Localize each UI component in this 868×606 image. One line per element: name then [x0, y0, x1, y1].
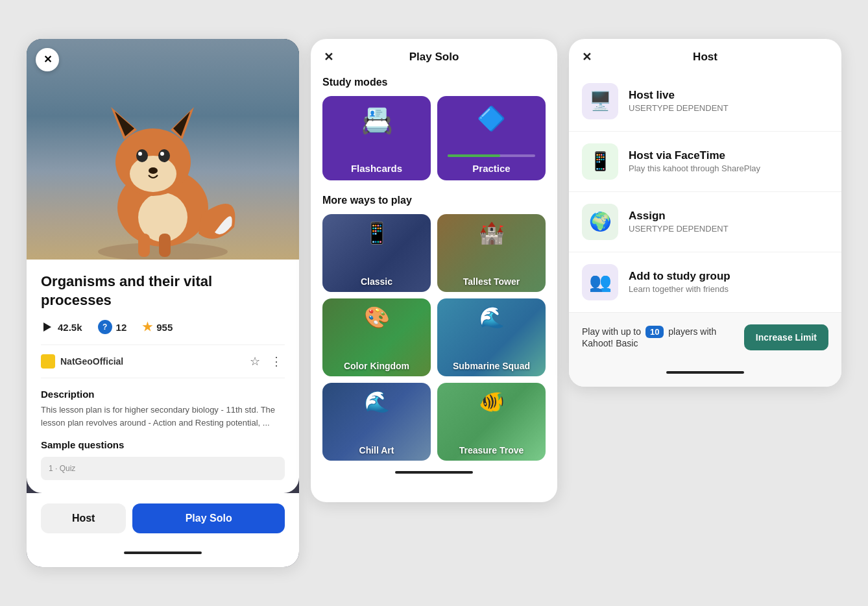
home-indicator [124, 551, 202, 554]
panel-play-solo: ✕ Play Solo Study modes 📇 Flashcards 🔷 P… [311, 39, 557, 502]
panel1-footer: Host Play Solo [27, 493, 299, 551]
game-card-color-kingdom[interactable]: 🎨Color Kingdom [322, 298, 431, 376]
game-card-label: Submarine Squad [437, 361, 546, 371]
play-solo-close-button[interactable]: ✕ [324, 50, 333, 64]
modal-header: ✕ Play Solo [311, 39, 557, 71]
screen-container: ✕ Organisms and their vital processes 42… [27, 39, 841, 567]
game-card-treasure-trove[interactable]: 🐠Treasure Trove [437, 383, 546, 461]
game-card-icon: 🐠 [479, 389, 505, 414]
panel1-content: Organisms and their vital processes 42.5… [27, 260, 299, 493]
author-row: NatGeoOfficial ☆ ⋮ [41, 345, 285, 378]
flashcards-card[interactable]: 📇 Flashcards [322, 96, 431, 180]
star-icon: ★ [142, 320, 152, 334]
host-option-0[interactable]: 🖥️Host liveUSERTYPE DEPENDENT [569, 71, 841, 132]
host-option-icon-1: 📱 [582, 143, 618, 180]
plays-stat: 42.5k [41, 321, 82, 333]
host-option-text-0: Host liveUSERTYPE DEPENDENT [629, 89, 729, 113]
host-option-icon-0: 🖥️ [582, 83, 618, 119]
host-option-title-0: Host live [629, 89, 729, 102]
host-option-1[interactable]: 📱Host via FaceTimePlay this kahoot throu… [569, 132, 841, 192]
home-indicator-2 [395, 471, 473, 474]
samples-heading: Sample questions [41, 439, 285, 450]
practice-bar [448, 154, 535, 157]
questions-stat: ? 12 [98, 320, 127, 334]
host-option-text-1: Host via FaceTimePlay this kahoot throug… [629, 149, 760, 173]
host-option-title-2: Assign [629, 210, 729, 223]
sample-label: 1 · Quiz [49, 464, 75, 473]
panel-detail: ✕ Organisms and their vital processes 42… [27, 39, 299, 567]
panel3-footer: Play with up to 10 players with Kahoot! … [569, 312, 841, 366]
more-options-button[interactable]: ⋮ [268, 352, 285, 371]
host-option-icon-2: 🌍 [582, 204, 618, 240]
description-heading: Description [41, 389, 285, 400]
game-card-icon: 🏰 [479, 221, 505, 245]
svg-point-6 [158, 149, 170, 162]
svg-point-5 [136, 149, 148, 162]
svg-point-8 [160, 152, 164, 156]
play-icon [41, 321, 54, 333]
more-ways-label: More ways to play [311, 192, 557, 214]
host-modal-header: ✕ Host [569, 39, 841, 71]
host-close-button[interactable]: ✕ [582, 50, 592, 64]
host-option-3[interactable]: 👥Add to study groupLearn together with f… [569, 252, 841, 312]
host-option-subtitle-3: Learn together with friends [629, 284, 730, 294]
flashcard-icon: 📇 [361, 105, 393, 136]
host-option-subtitle-1: Play this kahoot through SharePlay [629, 164, 760, 173]
host-option-subtitle-0: USERTYPE DEPENDENT [629, 103, 729, 113]
host-option-2[interactable]: 🌍AssignUSERTYPE DEPENDENT [569, 192, 841, 252]
favorite-button[interactable]: ☆ [247, 352, 263, 371]
practice-card[interactable]: 🔷 Practice [437, 96, 546, 180]
increase-limit-button[interactable]: Increase Limit [744, 324, 828, 350]
stars-count: 955 [156, 322, 173, 333]
game-card-icon: 📱 [364, 221, 390, 245]
plays-count: 42.5k [58, 322, 82, 333]
footer-row: Play with up to 10 players with Kahoot! … [582, 324, 828, 350]
game-card-icon: 🎨 [364, 305, 390, 330]
panel-host: ✕ Host 🖥️Host liveUSERTYPE DEPENDENT📱Hos… [569, 39, 841, 387]
game-card-label: Classic [322, 276, 431, 287]
flashcards-label: Flashcards [322, 163, 431, 174]
host-option-text-3: Add to study groupLearn together with fr… [629, 270, 730, 294]
stats-row: 42.5k ? 12 ★ 955 [41, 320, 285, 334]
svg-rect-10 [138, 234, 150, 257]
practice-icon: 🔷 [477, 105, 506, 132]
game-card-icon: 🌊 [364, 389, 390, 414]
practice-bar-fill [448, 154, 500, 157]
game-card-submarine-squad[interactable]: 🌊Submarine Squad [437, 298, 546, 376]
practice-label: Practice [437, 163, 546, 174]
panel1-close-button[interactable]: ✕ [36, 48, 59, 71]
hero-image: ✕ [27, 39, 299, 260]
author-info: NatGeoOfficial [41, 354, 123, 369]
play-solo-title: Play Solo [409, 51, 459, 64]
host-title: Host [693, 51, 717, 64]
game-card-chill-art[interactable]: 🌊Chill Art [322, 383, 431, 461]
game-card-label: Chill Art [322, 445, 431, 455]
game-grid: 📱Classic🏰Tallest Tower🎨Color Kingdom🌊Sub… [311, 214, 557, 461]
game-card-classic[interactable]: 📱Classic [322, 214, 431, 292]
game-card-label: Color Kingdom [322, 361, 431, 371]
game-card-label: Tallest Tower [437, 276, 546, 287]
svg-point-7 [138, 152, 142, 156]
footer-text-before: Play with up to [582, 326, 641, 337]
content-title: Organisms and their vital processes [41, 273, 285, 309]
description-text: This lesson plan is for higher secondary… [41, 404, 285, 429]
study-modes-label: Study modes [311, 71, 557, 96]
play-solo-button[interactable]: Play Solo [132, 503, 285, 533]
host-option-text-2: AssignUSERTYPE DEPENDENT [629, 210, 729, 234]
author-logo [41, 354, 55, 369]
home-indicator-3 [666, 371, 744, 374]
svg-rect-11 [159, 234, 171, 257]
host-options-list: 🖥️Host liveUSERTYPE DEPENDENT📱Host via F… [569, 71, 841, 312]
author-name: NatGeoOfficial [60, 356, 123, 367]
question-icon: ? [98, 320, 112, 334]
close-icon: ✕ [43, 53, 52, 66]
sample-item: 1 · Quiz [41, 457, 285, 480]
game-card-icon: 🌊 [479, 305, 505, 330]
svg-point-9 [149, 167, 158, 174]
host-option-subtitle-2: USERTYPE DEPENDENT [629, 224, 729, 234]
questions-count: 12 [116, 322, 127, 333]
game-card-tallest-tower[interactable]: 🏰Tallest Tower [437, 214, 546, 292]
fox-illustration [85, 78, 241, 260]
host-button[interactable]: Host [41, 503, 126, 533]
host-option-icon-3: 👥 [582, 264, 618, 300]
